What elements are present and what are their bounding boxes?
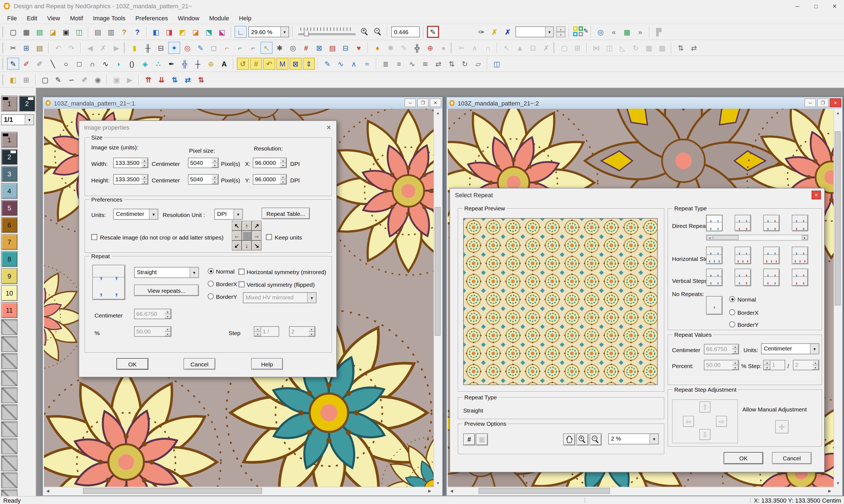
color-swatch-empty[interactable] xyxy=(1,472,18,488)
key-yellow-button[interactable]: ⌐ xyxy=(221,42,233,54)
context-help-button[interactable]: ? xyxy=(131,26,143,38)
pixel-width-input[interactable]: 5040▴▾ xyxy=(188,158,219,168)
window2-horizontal-scrollbar[interactable]: ◀ ▶ xyxy=(448,487,833,494)
window1-vertical-scrollbar[interactable]: ▲ ▼ xyxy=(433,109,441,487)
key-gray-button[interactable]: ⌐ xyxy=(247,42,259,54)
menu-help[interactable]: Help xyxy=(234,13,256,23)
zoom-select-button[interactable]: ◎ xyxy=(287,42,299,54)
menu-preferences[interactable]: Preferences xyxy=(130,13,173,23)
height-input[interactable]: 133.3500▴▾ xyxy=(113,174,148,184)
cascade-window-button[interactable]: ⊞ xyxy=(20,74,32,86)
repeat-cm-input[interactable]: 66.6750▴▾ xyxy=(704,344,739,354)
zoom-level-combo[interactable]: 29.60 %▼ xyxy=(248,26,289,37)
mesh-button[interactable]: ╬ xyxy=(411,42,423,54)
pixel-height-input[interactable]: 5040▴▾ xyxy=(188,174,219,184)
motif-undo-button[interactable]: ↶ xyxy=(263,58,275,70)
outline-pair-button[interactable]: () xyxy=(126,58,138,70)
select-lasso-button[interactable]: ∽ xyxy=(66,74,77,86)
step-denominator-input[interactable]: 2▴▾ xyxy=(793,360,819,370)
motif-swap-button[interactable]: ⇕ xyxy=(303,58,315,70)
color-swatch-empty[interactable] xyxy=(1,319,18,335)
clear-colors-button[interactable]: ✗ xyxy=(502,26,514,38)
color-swatch-4[interactable]: 4 xyxy=(1,183,18,199)
browse-colors-button[interactable]: ◎ xyxy=(595,26,607,38)
motif-grid-button[interactable]: # xyxy=(250,58,262,70)
wave-edit-button[interactable]: ∿ xyxy=(406,58,418,70)
scroll-left-icon[interactable]: ◀ xyxy=(44,487,52,495)
scrollbar-thumb[interactable] xyxy=(834,131,841,305)
direct-repeat-option-2[interactable]: ,,,, xyxy=(735,215,751,231)
dialog-titlebar[interactable]: Select Repeat xyxy=(450,188,824,202)
scroll-up-icon[interactable]: ▲ xyxy=(834,109,842,116)
skew-button[interactable]: ▱ xyxy=(472,58,484,70)
line-button[interactable]: ╲ xyxy=(47,58,59,70)
adjust-left-button[interactable]: ⇦ xyxy=(683,416,694,427)
normal-radio[interactable] xyxy=(729,296,735,302)
maximize-button[interactable]: □ xyxy=(807,0,825,12)
pattern-book-button[interactable]: ◫ xyxy=(491,58,503,70)
pen-pressure-button[interactable]: ✎ xyxy=(427,26,439,38)
zoom-slider[interactable] xyxy=(297,26,357,38)
prev-colorway-button[interactable]: « xyxy=(608,26,620,38)
horizontal-repeat-option-4[interactable]: ,,,,, xyxy=(792,247,808,264)
color-swatch-empty[interactable] xyxy=(1,370,18,386)
vertical-repeat-option-4[interactable]: ,,,, xyxy=(792,269,808,286)
zoom-out-button[interactable]: − xyxy=(372,26,384,38)
palette-window-button[interactable]: ⬕ xyxy=(216,26,228,38)
order-across-button[interactable]: ⇄ xyxy=(688,42,700,54)
rescale-checkbox[interactable] xyxy=(91,234,97,240)
design-window-button[interactable]: ◧ xyxy=(150,26,162,38)
zoom-out-button[interactable]: − xyxy=(590,433,602,446)
color-count-button[interactable]: # xyxy=(300,42,312,54)
menu-window[interactable]: Window xyxy=(173,13,204,23)
open-file-button[interactable]: ◪ xyxy=(47,26,59,38)
menu-file[interactable]: File xyxy=(2,13,22,23)
vertical-symmetry-checkbox[interactable] xyxy=(238,281,245,287)
sort-blue-button[interactable]: ⇅ xyxy=(169,74,181,86)
pan-hand-button[interactable]: ✱ xyxy=(274,42,286,54)
tolerance-value-field[interactable]: 0.446 xyxy=(391,26,420,37)
preview-zoom-combo[interactable]: 2 %▼ xyxy=(608,433,659,445)
order-up-button[interactable]: ⇅ xyxy=(675,42,687,54)
minimize-button[interactable]: ─ xyxy=(788,0,807,12)
manual-adjust-button[interactable]: ✛ xyxy=(775,420,789,433)
anchor-arrow-icon[interactable]: ↓ xyxy=(242,240,252,251)
magic-wand-button[interactable]: ✦ xyxy=(168,42,180,54)
no-repeat-option[interactable]: , xyxy=(706,296,722,315)
print-preview-button[interactable]: ▥ xyxy=(105,26,117,38)
drawing-window-button[interactable]: ◪ xyxy=(190,26,202,38)
step-numerator-input[interactable]: 1▴▾ xyxy=(763,360,785,370)
bordery-radio[interactable] xyxy=(208,293,214,300)
select-pencil-button[interactable]: ✎ xyxy=(52,74,64,86)
repeat-table-button[interactable]: Repeat Table... xyxy=(262,208,310,219)
adjust-down-button[interactable]: ⇩ xyxy=(700,429,711,440)
anchor-arrow-icon[interactable]: → xyxy=(252,231,262,240)
color-swatch-9[interactable]: 9 xyxy=(1,268,18,284)
ok-button[interactable]: OK xyxy=(724,452,763,464)
pick-arrow-button[interactable]: ↖ xyxy=(261,42,272,54)
node-edit-button[interactable]: ✎ xyxy=(321,58,334,70)
color-swatch-empty[interactable] xyxy=(1,353,18,369)
keep-units-checkbox[interactable] xyxy=(266,234,272,240)
new-file-button[interactable]: ▢ xyxy=(7,26,19,38)
about-help-button[interactable]: ? xyxy=(118,26,130,38)
profile-b-button[interactable]: ≡ xyxy=(393,58,405,70)
color-swatch-empty[interactable] xyxy=(1,336,18,352)
flip-v-button[interactable]: ⇅ xyxy=(446,58,458,70)
text-tool-button[interactable]: A xyxy=(218,58,230,70)
print-button[interactable]: ▤ xyxy=(92,26,104,38)
window1-minimize-button[interactable]: ─ xyxy=(405,98,416,107)
units-combo[interactable]: Centimeter▼ xyxy=(113,209,158,220)
direct-repeat-option-4[interactable]: ,,,, xyxy=(792,215,808,231)
repeat-lines-button[interactable]: ╫ xyxy=(142,42,154,54)
flip-h-button[interactable]: ⇄ xyxy=(432,58,445,70)
adjust-up-button[interactable]: ⇧ xyxy=(700,401,711,413)
vertical-repeat-option-1[interactable]: ,,,, xyxy=(706,269,722,286)
node-smooth-button[interactable]: ∿ xyxy=(335,58,347,70)
curve-button[interactable]: ∿ xyxy=(100,58,111,70)
percent-input[interactable]: 50.00▴▾ xyxy=(704,360,739,370)
motif-rotate-button[interactable]: ↺ xyxy=(237,58,249,70)
sort-red-down-button[interactable]: ⇊ xyxy=(156,74,167,86)
draw-pen-button[interactable]: ✎ xyxy=(195,42,206,54)
window2-restore-button[interactable]: ❐ xyxy=(817,98,829,107)
